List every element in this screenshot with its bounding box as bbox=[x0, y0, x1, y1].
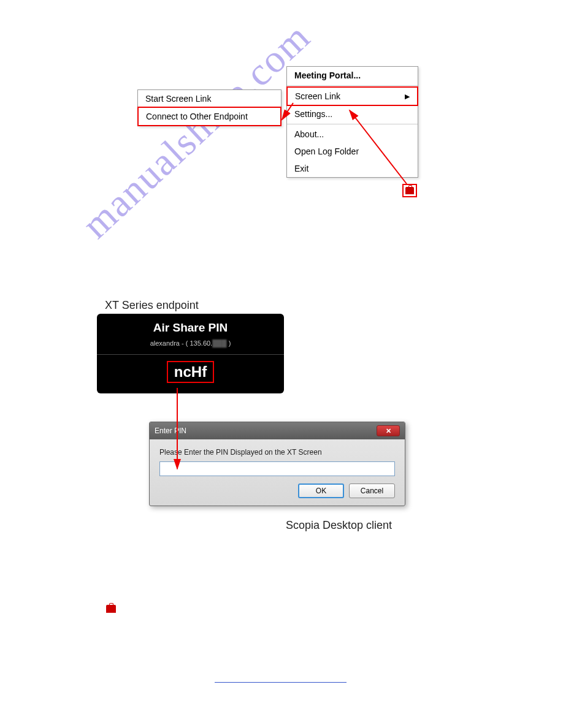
xt-pin-value: ncHf bbox=[167, 361, 214, 383]
menu-item-label: Screen Link bbox=[295, 91, 340, 101]
pin-input[interactable] bbox=[159, 461, 395, 476]
context-menu-main: Meeting Portal... Screen Link ▶ Settings… bbox=[286, 66, 418, 178]
tray-icon-small bbox=[106, 605, 116, 613]
menu-item-meeting-portal[interactable]: Meeting Portal... bbox=[287, 67, 418, 84]
menu-item-about[interactable]: About... bbox=[287, 126, 418, 143]
bottom-link-underline bbox=[215, 682, 347, 683]
xt-series-heading: XT Series endpoint bbox=[105, 299, 199, 312]
watermark-text: manualshive.com bbox=[74, 14, 320, 248]
menu-item-settings[interactable]: Settings... bbox=[287, 105, 418, 123]
dialog-body: Please Enter the PIN Displayed on the XT… bbox=[150, 439, 405, 506]
enter-pin-dialog: Enter PIN ✕ Please Enter the PIN Display… bbox=[149, 422, 405, 506]
pin-prompt-text: Please Enter the PIN Displayed on the XT… bbox=[159, 448, 395, 457]
context-submenu: Start Screen Link Connect to Other Endpo… bbox=[137, 89, 282, 126]
xt-pin-display: Air Share PIN alexandra - ( 135.60.███ )… bbox=[97, 314, 284, 393]
tray-icon[interactable] bbox=[405, 187, 414, 194]
menu-item-exit[interactable]: Exit bbox=[287, 160, 418, 177]
menu-item-screen-link[interactable]: Screen Link ▶ bbox=[286, 86, 418, 106]
ok-button[interactable]: OK bbox=[298, 483, 344, 498]
submenu-connect-other-endpoint[interactable]: Connect to Other Endpoint bbox=[137, 107, 282, 126]
dialog-titlebar: Enter PIN ✕ bbox=[150, 422, 405, 439]
close-icon: ✕ bbox=[386, 427, 391, 435]
dialog-buttons: OK Cancel bbox=[159, 483, 395, 498]
close-button[interactable]: ✕ bbox=[377, 425, 400, 436]
menu-divider bbox=[287, 85, 418, 86]
chevron-right-icon: ▶ bbox=[405, 93, 410, 100]
xt-subtitle: alexandra - ( 135.60.███ ) bbox=[97, 339, 284, 347]
xt-title: Air Share PIN bbox=[97, 321, 284, 335]
tray-icon-highlight bbox=[402, 184, 417, 197]
scopia-label: Scopia Desktop client bbox=[286, 519, 392, 532]
submenu-start-screen-link[interactable]: Start Screen Link bbox=[138, 90, 281, 107]
menu-divider bbox=[287, 124, 418, 124]
xt-divider bbox=[97, 354, 284, 355]
dialog-title: Enter PIN bbox=[155, 427, 186, 435]
cancel-button[interactable]: Cancel bbox=[349, 483, 395, 498]
menu-item-open-log-folder[interactable]: Open Log Folder bbox=[287, 143, 418, 160]
